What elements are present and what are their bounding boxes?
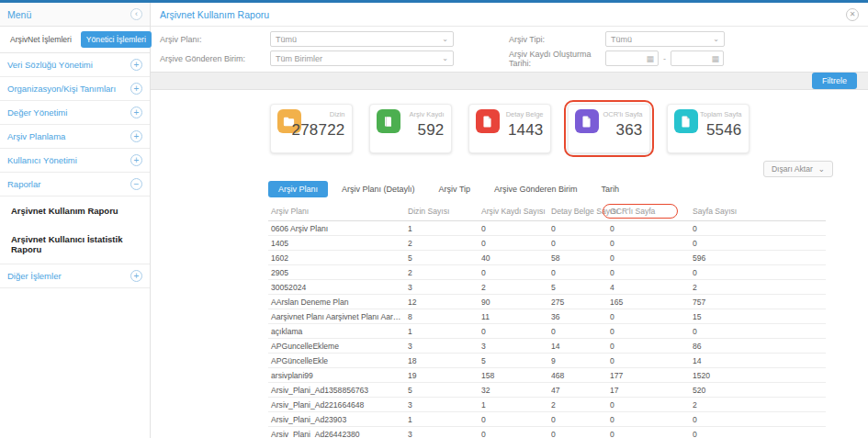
- table-cell: 0: [551, 324, 610, 339]
- column-header-3[interactable]: Detay Belge Sayısı: [551, 202, 610, 221]
- export-button[interactable]: Dışarı Aktar ⌄: [763, 161, 833, 177]
- table-cell: 90: [481, 295, 551, 309]
- stat-card-label: Toplam Sayfa: [700, 110, 741, 118]
- table-cell: 58: [551, 251, 610, 265]
- report-table: Arşiv PlanıDizin SayısıArşiv Kaydı Sayıs…: [268, 202, 826, 438]
- chevron-down-icon: ⌄: [713, 35, 719, 43]
- stat-cards: Dizin278722Arşiv Kaydı592Detay Belge1443…: [151, 100, 868, 157]
- column-header-1[interactable]: Dizin Sayısı: [408, 202, 481, 221]
- sidebar-item-1[interactable]: Organizasyon/Kişi Tanımları+: [0, 77, 150, 101]
- table-cell: 1: [481, 398, 551, 412]
- olusturma-tarihi-label: Arşiv Kaydı Oluşturma Tarihi:: [509, 50, 605, 68]
- table-row[interactable]: AArslan Deneme Plan1290275165757: [268, 295, 826, 309]
- stat-card-value: 5546: [706, 121, 742, 140]
- chevron-down-icon: ⌄: [442, 35, 448, 43]
- table-cell: APGuncelleEkleme: [268, 339, 408, 354]
- table-cell: 5: [481, 354, 551, 368]
- table-cell: 0: [551, 427, 610, 438]
- table-cell: 0: [693, 265, 826, 280]
- stat-card-label: Dizin: [330, 110, 345, 118]
- table-cell: 30052024: [268, 280, 408, 295]
- table-cell: 19: [408, 368, 481, 383]
- table-cell: 757: [693, 295, 826, 309]
- table-row[interactable]: APGuncelleEkleme3314086: [268, 339, 826, 354]
- sidebar-item-label: Raporlar: [7, 179, 40, 189]
- table-cell: 47: [551, 383, 610, 398]
- expand-icon[interactable]: +: [130, 59, 142, 71]
- table-cell: 17: [610, 383, 693, 398]
- stat-card-wrap-4: Toplam Sayfa5546: [663, 100, 753, 157]
- sidebar-item-5[interactable]: Raporlar−: [0, 173, 150, 197]
- expand-icon[interactable]: +: [130, 270, 142, 282]
- table-cell: 0606 Arşiv Planı: [268, 221, 408, 236]
- sidebar-item-4[interactable]: Kullanıcı Yönetimi+: [0, 149, 150, 173]
- table-row[interactable]: açıklama10000: [268, 324, 826, 339]
- expand-icon[interactable]: +: [130, 130, 142, 142]
- arsiv-tipi-select[interactable]: Tümü ⌄: [605, 31, 725, 47]
- table-cell: 1405: [268, 236, 408, 251]
- table-row[interactable]: 140520000: [268, 236, 826, 251]
- table-row[interactable]: Arsiv_Plani_Ad2644238030000: [268, 427, 826, 438]
- collapse-icon[interactable]: −: [130, 178, 142, 190]
- table-row[interactable]: 0606 Arşiv Planı10000: [268, 221, 826, 236]
- stat-card-wrap-1: Arşiv Kaydı592: [366, 100, 456, 157]
- table-cell: 0: [610, 339, 693, 354]
- column-header-2[interactable]: Arşiv Kaydı Sayısı: [481, 202, 551, 221]
- expand-icon[interactable]: +: [130, 107, 142, 118]
- report-tab-1[interactable]: Arşiv Planı (Detaylı): [332, 181, 425, 197]
- table-row[interactable]: Arsiv_Plani_Ad22166464831202: [268, 398, 826, 412]
- report-tab-4[interactable]: Tarih: [592, 181, 630, 197]
- sidebar-subitem-0[interactable]: Arşivnet Kullanım Raporu: [0, 197, 150, 225]
- table-cell: 275: [551, 295, 610, 309]
- stat-card-value: 278722: [292, 121, 345, 140]
- table-cell: 1520: [693, 368, 826, 383]
- sidebar-tabs: ArşivNet İşlemleriYönetici İşlemleri: [0, 27, 150, 53]
- table-cell: Arsiv_Plani_Ad1358856763: [268, 383, 408, 398]
- table-cell: 0: [610, 398, 693, 412]
- table-cell: 15: [693, 309, 826, 324]
- report-tab-2[interactable]: Arşiv Tip: [429, 181, 481, 197]
- sidebar-item-2[interactable]: Değer Yönetimi+: [0, 101, 150, 125]
- table-cell: 40: [481, 251, 551, 265]
- filter-button[interactable]: Filtrele: [812, 73, 857, 89]
- table-cell: 0: [610, 324, 693, 339]
- column-header-4[interactable]: OCR'lı Sayfa: [610, 202, 693, 221]
- table-row[interactable]: APGüncelleEkle1859014: [268, 354, 826, 368]
- date-from-input[interactable]: ▦: [605, 51, 659, 66]
- sidebar-tab-1[interactable]: Yönetici İşlemleri: [81, 31, 152, 48]
- table-cell: 3: [408, 280, 481, 295]
- column-header-0[interactable]: Arşiv Planı: [268, 202, 408, 221]
- date-to-input[interactable]: ▦: [671, 51, 724, 66]
- table-row[interactable]: Arsiv_Plani_Ad2390310000: [268, 412, 826, 427]
- table-row[interactable]: 290520000: [268, 265, 826, 280]
- table-row[interactable]: 3005202432542: [268, 280, 826, 295]
- report-tab-0[interactable]: Arşiv Planı: [268, 181, 328, 197]
- sidebar-tab-0[interactable]: ArşivNet İşlemleri: [5, 31, 77, 48]
- expand-icon[interactable]: +: [130, 154, 142, 166]
- sidebar-item-0[interactable]: Veri Sözlüğü Yönetimi+: [0, 53, 150, 77]
- sidebar-item-3[interactable]: Arşiv Planlama+: [0, 125, 150, 149]
- report-tab-3[interactable]: Arşive Gönderen Birim: [484, 181, 588, 197]
- calendar-icon: ▦: [711, 54, 719, 63]
- table-cell: 12: [408, 295, 481, 309]
- expand-icon[interactable]: +: [130, 83, 142, 95]
- main-panel: Arşivnet Kullanım Raporu ✕ Arşiv Planı: …: [151, 3, 868, 438]
- table-cell: 0: [693, 236, 826, 251]
- stat-card-3: OCR'lı Sayfa363: [568, 104, 650, 153]
- table-cell: 0: [481, 412, 551, 427]
- table-row[interactable]: Aarşivnet Planı Aarşivnet Planı Aarşivne…: [268, 309, 826, 324]
- arsiv-tipi-label: Arşiv Tipi:: [509, 35, 605, 44]
- sidebar-item-footer[interactable]: Diğer İşlemler+: [0, 264, 150, 288]
- table-row[interactable]: 1602540580596: [268, 251, 826, 265]
- sidebar-collapse-icon[interactable]: ‹: [130, 8, 142, 20]
- close-icon[interactable]: ✕: [846, 8, 859, 21]
- table-row[interactable]: Arsiv_Plani_Ad13588567635324717520: [268, 383, 826, 398]
- stat-card-value: 363: [616, 121, 643, 140]
- table-row[interactable]: arsivplani99191584681771520: [268, 368, 826, 383]
- sidebar-subitem-1[interactable]: Arşivnet Kullanıcı İstatistik Raporu: [0, 225, 150, 264]
- gonderen-birim-select[interactable]: Tüm Birimler ⌄: [270, 51, 454, 66]
- sidebar-item-label: Arşiv Planlama: [7, 131, 65, 141]
- stat-card-value: 1443: [508, 121, 544, 140]
- column-header-5[interactable]: Sayfa Sayısı: [693, 202, 826, 221]
- arsiv-plani-select[interactable]: Tümü ⌄: [270, 31, 454, 47]
